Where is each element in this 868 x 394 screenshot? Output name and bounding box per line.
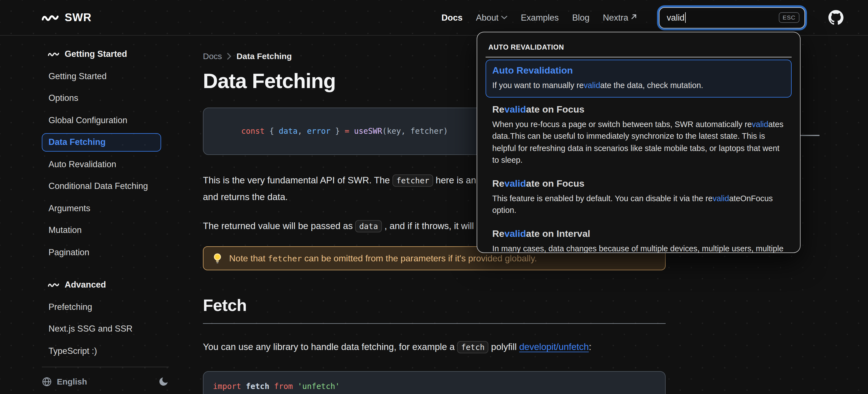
sidebar-item-getting-started[interactable]: Getting Started [42, 67, 161, 85]
search-results-dropdown: AUTO REVALIDATION Auto Revalidation If y… [477, 32, 801, 253]
github-icon[interactable] [829, 10, 843, 25]
sidebar-section-getting-started: Getting Started [48, 49, 169, 59]
code-line: const { data, error } = useSWR(key, fetc… [241, 127, 448, 135]
nav-link-about[interactable]: About [476, 12, 507, 23]
nav-link-examples[interactable]: Examples [521, 12, 559, 23]
breadcrumb-current: Data Fetching [236, 51, 291, 61]
search-result-revalidate-on-interval[interactable]: Revalidate on Interval In many cases, da… [486, 223, 792, 253]
page: SWR Docs About Examples Blog Nextra [0, 0, 868, 394]
nav-link-blog[interactable]: Blog [572, 12, 590, 23]
breadcrumb-docs[interactable]: Docs [203, 51, 222, 61]
nav-links: Docs About Examples Blog Nextra [441, 7, 843, 28]
sidebar-item-arguments[interactable]: Arguments [42, 199, 161, 217]
paragraph-fetch-library: You can use any library to handle data f… [203, 339, 665, 356]
lightbulb-icon [213, 252, 222, 264]
swr-logo[interactable]: SWR [42, 11, 91, 24]
search-results-list: Auto Revalidation If you want to manuall… [486, 60, 792, 253]
swr-wave-icon [42, 13, 59, 22]
search-result-description: When you re-focus a page or switch betwe… [492, 119, 785, 166]
moon-icon[interactable] [158, 376, 169, 387]
esc-kbd-badge: ESC [779, 12, 800, 23]
code-line: import fetch from 'unfetch' [213, 382, 340, 391]
search-value-text: valid [667, 12, 685, 23]
sidebar-item-mutation[interactable]: Mutation [42, 221, 161, 239]
search-section-header: AUTO REVALIDATION [488, 43, 792, 51]
navbar: SWR Docs About Examples Blog Nextra [0, 0, 868, 36]
sidebar-footer: English [42, 376, 169, 387]
code-block-unfetch[interactable]: import fetch from 'unfetch' const fetche… [203, 371, 665, 394]
sidebar-section-label: Advanced [65, 280, 106, 290]
wave-icon [48, 51, 59, 57]
search-result-description: This feature is enabled by default. You … [492, 193, 785, 217]
nav-link-about-label: About [476, 12, 498, 23]
search-result-revalidate-on-focus-2[interactable]: Revalidate on Focus This feature is enab… [486, 173, 792, 222]
search-input[interactable]: valid ESC [659, 7, 805, 28]
sidebar-item-options[interactable]: Options [42, 89, 161, 107]
globe-icon [42, 376, 52, 387]
search-result-title: Auto Revalidation [492, 65, 785, 76]
search-value: valid [667, 12, 686, 23]
text-caret [685, 12, 686, 23]
search-result-title: Revalidate on Focus [492, 178, 785, 189]
sidebar-item-pagination[interactable]: Pagination [42, 243, 161, 261]
language-selector[interactable]: English [42, 376, 87, 387]
sidebar-section-label: Getting Started [65, 49, 127, 59]
nav-link-nextra-label: Nextra [603, 12, 628, 23]
chevron-down-icon [501, 15, 507, 20]
external-link-icon [631, 14, 637, 19]
note-callout-text: Note that fetcher can be omitted from th… [229, 253, 537, 263]
search-result-title: Revalidate on Focus [492, 104, 785, 115]
language-label: English [57, 377, 87, 386]
section-title-fetch: Fetch [203, 296, 665, 324]
sidebar-item-data-fetching[interactable]: Data Fetching [42, 133, 161, 151]
sidebar-item-auto-revalidation[interactable]: Auto Revalidation [42, 155, 161, 173]
nav-link-nextra[interactable]: Nextra [603, 12, 637, 23]
sidebar-item-typescript[interactable]: TypeScript :) [42, 341, 161, 360]
sidebar-divider [42, 367, 169, 367]
search-section-divider [486, 57, 792, 57]
sidebar-item-conditional-data-fetching[interactable]: Conditional Data Fetching [42, 177, 161, 195]
sidebar-item-global-configuration[interactable]: Global Configuration [42, 111, 161, 129]
search-result-title: Revalidate on Interval [492, 228, 785, 239]
nav-link-docs[interactable]: Docs [441, 12, 463, 23]
chevron-right-icon [227, 53, 231, 59]
sidebar: Getting Started Getting Started Options … [42, 36, 169, 387]
brand-name: SWR [65, 11, 91, 24]
search-result-description: If you want to manually revalidate the d… [492, 80, 785, 92]
search-result-revalidate-on-focus-1[interactable]: Revalidate on Focus When you re-focus a … [486, 99, 792, 171]
sidebar-section-advanced: Advanced [48, 280, 169, 290]
sidebar-item-nextjs-ssg-ssr[interactable]: Next.js SSG and SSR [42, 320, 161, 338]
search-result-auto-revalidation[interactable]: Auto Revalidation If you want to manuall… [486, 60, 792, 97]
wave-icon [48, 282, 59, 288]
search-result-description: In many cases, data changes because of m… [492, 243, 785, 253]
sidebar-item-prefetching[interactable]: Prefetching [42, 298, 161, 316]
